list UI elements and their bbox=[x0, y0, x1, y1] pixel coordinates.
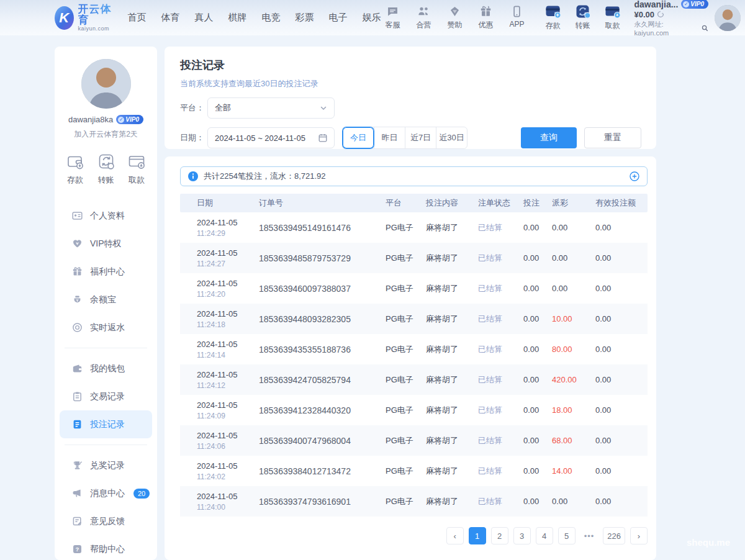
topbar-action-label: 赞助 bbox=[448, 20, 463, 30]
nav-item[interactable]: 体育 bbox=[161, 12, 180, 24]
nav-item[interactable]: 娱乐 bbox=[363, 12, 381, 24]
page-next-button[interactable]: › bbox=[630, 527, 648, 544]
permanent-url-text: 永久网址: kaiyun.com bbox=[634, 20, 700, 37]
cell-payout: 0.00 bbox=[552, 253, 595, 263]
watermark: shequ.me bbox=[687, 537, 730, 548]
site-logo[interactable]: K 开云体育 kaiyun.com bbox=[55, 4, 114, 32]
page-number-button[interactable]: 226 bbox=[603, 527, 625, 544]
quick-action-transfer-outline[interactable]: 转账 bbox=[97, 152, 115, 186]
topbar-action-chat[interactable]: 客服 bbox=[381, 5, 405, 30]
sidebar-item-yuebao[interactable]: 余额宝 bbox=[55, 286, 157, 314]
expand-summary-icon[interactable] bbox=[630, 171, 639, 181]
topbar-action-partners[interactable]: 合营 bbox=[412, 5, 436, 30]
cell-status: 已结算 bbox=[478, 435, 523, 446]
column-header: 日期 bbox=[197, 197, 259, 209]
reset-button[interactable]: 重置 bbox=[584, 127, 641, 148]
sidebar-item-vip[interactable]: VIP特权 bbox=[55, 230, 157, 258]
nav-item[interactable]: 彩票 bbox=[296, 12, 314, 24]
page-number-button[interactable]: 4 bbox=[536, 527, 553, 544]
topbar-action-app[interactable]: APP bbox=[505, 5, 529, 30]
cell-platform: PG电子 bbox=[386, 496, 426, 507]
join-note: 加入开云体育第2天 bbox=[74, 129, 138, 140]
sidebar-item-messages[interactable]: 消息中心20 bbox=[55, 479, 157, 507]
magnifier-icon[interactable] bbox=[702, 25, 708, 32]
profile-avatar[interactable] bbox=[81, 59, 131, 109]
page-number-button[interactable]: 1 bbox=[469, 527, 486, 544]
cell-content: 麻将胡了 bbox=[426, 435, 478, 446]
page-number-button[interactable]: 2 bbox=[491, 527, 508, 544]
transfer-icon bbox=[575, 4, 591, 19]
cell-platform: PG电子 bbox=[386, 222, 426, 233]
cell-payout: 14.00 bbox=[552, 466, 595, 476]
table-row: 2024-11-0511:24:201853639460097388037PG电… bbox=[180, 273, 648, 304]
nav-item[interactable]: 首页 bbox=[128, 12, 147, 24]
sidebar-item-profile[interactable]: 个人资料 bbox=[55, 202, 157, 230]
cell-platform: PG电子 bbox=[386, 283, 426, 294]
page-prev-button[interactable]: ‹ bbox=[446, 527, 464, 544]
cell-order: 1853639384012713472 bbox=[259, 466, 386, 476]
sponsor-icon bbox=[448, 5, 461, 18]
date-range-input[interactable]: 2024-11-05 ~ 2024-11-05 bbox=[207, 127, 335, 148]
platform-select[interactable]: 全部 bbox=[207, 97, 335, 119]
range-preset-button[interactable]: 近7日 bbox=[405, 127, 436, 148]
cell-status: 已结算 bbox=[478, 222, 523, 233]
quick-action-label: 取款 bbox=[129, 174, 145, 186]
sidebar-item-wallet[interactable]: 我的钱包 bbox=[55, 355, 157, 382]
cell-date: 2024-11-0511:24:06 bbox=[197, 431, 259, 451]
cell-status: 已结算 bbox=[478, 314, 523, 325]
topbar-action-deposit[interactable]: 存款 bbox=[541, 4, 565, 31]
nav-item[interactable]: 真人 bbox=[195, 12, 214, 24]
chat-icon bbox=[386, 5, 399, 18]
sidebar-item-bets[interactable]: 投注记录 bbox=[60, 410, 152, 438]
cell-payout: 68.00 bbox=[552, 436, 595, 445]
column-header: 注单状态 bbox=[478, 197, 523, 209]
search-button[interactable]: 查询 bbox=[521, 127, 577, 148]
cell-content: 麻将胡了 bbox=[426, 405, 478, 416]
sidebar-item-rebate[interactable]: 实时返水 bbox=[55, 314, 157, 341]
page-number-button[interactable]: 5 bbox=[558, 527, 576, 544]
sidebar-item-label: 帮助中心 bbox=[90, 544, 125, 555]
cell-bet: 0.00 bbox=[523, 466, 552, 476]
cell-content: 麻将胡了 bbox=[426, 283, 478, 294]
menu-divider bbox=[65, 445, 147, 445]
column-header: 派彩 bbox=[552, 197, 595, 209]
header-avatar[interactable] bbox=[715, 5, 741, 31]
sidebar: dawanjia8ka ✓VIP0 加入开云体育第2天 存款转账取款 个人资料V… bbox=[55, 47, 157, 560]
page-ellipsis: ••• bbox=[580, 527, 598, 544]
withdraw-outline-icon bbox=[127, 152, 146, 171]
cell-payout: 0.00 bbox=[552, 223, 595, 232]
quick-action-withdraw-outline[interactable]: 取款 bbox=[127, 152, 146, 186]
cell-date: 2024-11-0511:24:09 bbox=[197, 400, 259, 420]
nav-item[interactable]: 棋牌 bbox=[228, 12, 247, 24]
refresh-balance-icon[interactable] bbox=[657, 11, 664, 18]
cell-valid: 0.00 bbox=[595, 436, 648, 445]
date-range-value: 2024-11-05 ~ 2024-11-05 bbox=[215, 133, 305, 143]
quick-action-deposit-outline[interactable]: 存款 bbox=[66, 152, 84, 186]
platform-label: 平台： bbox=[180, 102, 207, 114]
topbar-action-promo[interactable]: 优惠 bbox=[474, 5, 498, 30]
cell-payout: 18.00 bbox=[552, 405, 595, 415]
range-preset-button[interactable]: 昨日 bbox=[374, 127, 405, 148]
header-quick-links: 客服合营赞助优惠APP bbox=[381, 5, 529, 30]
sidebar-item-transactions[interactable]: 交易记录 bbox=[55, 382, 157, 410]
range-preset-button[interactable]: 今日 bbox=[343, 127, 374, 148]
topbar-action-transfer[interactable]: 转账 bbox=[571, 4, 595, 31]
nav-item[interactable]: 电竞 bbox=[262, 12, 281, 24]
cell-date: 2024-11-0511:24:14 bbox=[197, 340, 259, 359]
records-card: 共计2254笔投注，流水：8,721.92 日期订单号平台投注内容注单状态投注派… bbox=[165, 156, 656, 560]
header-wallet-links: 存款转账取款 bbox=[541, 4, 625, 31]
cell-payout: 0.00 bbox=[552, 497, 595, 506]
sidebar-item-prizes[interactable]: 兑奖记录 bbox=[55, 451, 157, 479]
range-preset-button[interactable]: 近30日 bbox=[436, 127, 467, 148]
page-number-button[interactable]: 3 bbox=[513, 527, 531, 544]
topbar-action-withdraw[interactable]: 取款 bbox=[601, 4, 625, 31]
header-username[interactable]: dawanjia... bbox=[634, 0, 679, 9]
table-row: 2024-11-0511:24:001853639374793616901PG电… bbox=[180, 486, 648, 517]
nav-item[interactable]: 电子 bbox=[329, 12, 348, 24]
sidebar-item-help[interactable]: ?帮助中心 bbox=[55, 535, 157, 560]
cell-content: 麻将胡了 bbox=[426, 344, 478, 355]
sidebar-item-feedback[interactable]: 意见反馈 bbox=[55, 507, 157, 535]
topbar-action-sponsor[interactable]: 赞助 bbox=[443, 5, 467, 30]
cell-valid: 0.00 bbox=[595, 497, 648, 506]
sidebar-item-welfare[interactable]: 福利中心 bbox=[55, 258, 157, 286]
